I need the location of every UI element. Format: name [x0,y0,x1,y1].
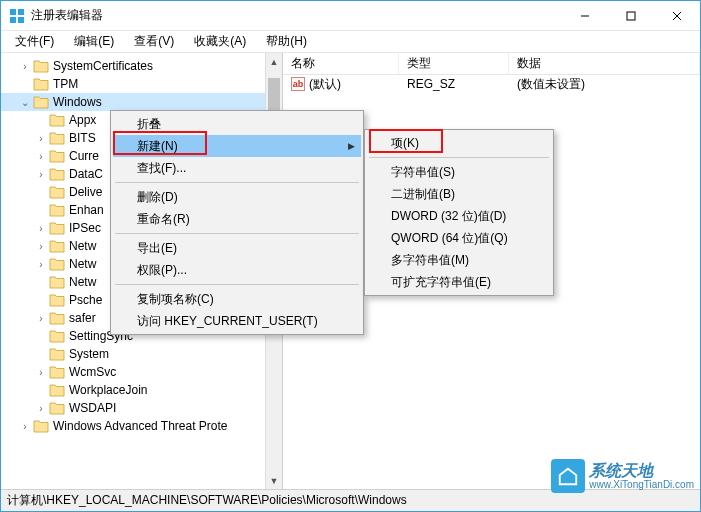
chevron-right-icon[interactable]: › [35,169,47,180]
cm-export[interactable]: 导出(E) [113,237,361,259]
chevron-right-icon[interactable]: › [35,151,47,162]
cm-collapse[interactable]: 折叠 [113,113,361,135]
menu-file[interactable]: 文件(F) [5,31,64,52]
tree-item[interactable]: ›WcmSvc [1,363,282,381]
tree-item[interactable]: ›Windows Advanced Threat Prote [1,417,282,435]
cm-new-qword[interactable]: QWORD (64 位)值(Q) [367,227,551,249]
cm-copy-key-name[interactable]: 复制项名称(C) [113,288,361,310]
cm-permissions[interactable]: 权限(P)... [113,259,361,281]
chevron-right-icon[interactable]: › [35,223,47,234]
tree-item-label: Psche [69,293,102,307]
folder-icon [49,203,65,217]
tree-item[interactable]: ⌄Windows [1,93,282,111]
cm-new-expandstring[interactable]: 可扩充字符串值(E) [367,271,551,293]
value-type: REG_SZ [399,77,509,91]
folder-icon [49,221,65,235]
chevron-right-icon[interactable]: › [19,421,31,432]
scroll-up-icon[interactable]: ▲ [266,53,282,70]
cm-new-binary[interactable]: 二进制值(B) [367,183,551,205]
folder-icon [49,329,65,343]
cm-new-string[interactable]: 字符串值(S) [367,161,551,183]
chevron-right-icon[interactable]: › [35,133,47,144]
cm-rename[interactable]: 重命名(R) [113,208,361,230]
folder-icon [49,185,65,199]
tree-item-label: BITS [69,131,96,145]
window-controls [562,1,700,31]
chevron-right-icon[interactable]: › [19,61,31,72]
tree-item-label: SystemCertificates [53,59,153,73]
string-value-icon: ab [291,77,305,91]
app-icon [9,8,25,24]
chevron-right-icon[interactable]: › [35,403,47,414]
svg-rect-3 [18,17,24,23]
folder-icon [49,365,65,379]
tree-item-label: System [69,347,109,361]
folder-icon [49,239,65,253]
folder-icon [49,113,65,127]
tree-item-label: Delive [69,185,102,199]
minimize-button[interactable] [562,1,608,31]
tree-item[interactable]: WorkplaceJoin [1,381,282,399]
folder-icon [33,77,49,91]
column-type[interactable]: 类型 [399,53,509,74]
list-header: 名称 类型 数据 [283,53,700,75]
folder-icon [49,275,65,289]
tree-item[interactable]: System [1,345,282,363]
chevron-down-icon[interactable]: ⌄ [19,97,31,108]
tree-item-label: TPM [53,77,78,91]
tree-item-label: Netw [69,257,96,271]
context-menu-new: 项(K) 字符串值(S) 二进制值(B) DWORD (32 位)值(D) QW… [364,129,554,296]
tree-item-label: IPSec [69,221,101,235]
watermark-title: 系统天地 [589,462,694,480]
cm-delete[interactable]: 删除(D) [113,186,361,208]
folder-icon [33,59,49,73]
svg-rect-5 [627,12,635,20]
list-row[interactable]: ab (默认) REG_SZ (数值未设置) [283,75,700,93]
chevron-right-icon[interactable]: › [35,241,47,252]
cm-new-key[interactable]: 项(K) [367,132,551,154]
folder-icon [49,131,65,145]
window-title: 注册表编辑器 [31,7,562,24]
folder-icon [49,149,65,163]
column-name[interactable]: 名称 [283,53,399,74]
cm-find[interactable]: 查找(F)... [113,157,361,179]
titlebar: 注册表编辑器 [1,1,700,31]
scroll-down-icon[interactable]: ▼ [266,472,282,489]
value-data: (数值未设置) [509,76,700,93]
column-data[interactable]: 数据 [509,53,700,74]
menu-view[interactable]: 查看(V) [124,31,184,52]
cm-separator [115,233,359,234]
tree-item-label: Windows [53,95,102,109]
close-button[interactable] [654,1,700,31]
cm-new[interactable]: 新建(N) [113,135,361,157]
maximize-button[interactable] [608,1,654,31]
cm-new-dword[interactable]: DWORD (32 位)值(D) [367,205,551,227]
tree-item-label: Curre [69,149,99,163]
watermark-logo-icon [551,459,585,493]
folder-icon [49,167,65,181]
chevron-right-icon[interactable]: › [35,313,47,324]
menu-help[interactable]: 帮助(H) [256,31,317,52]
svg-rect-1 [18,9,24,15]
cm-goto-hkcu[interactable]: 访问 HKEY_CURRENT_USER(T) [113,310,361,332]
watermark-url: www.XiTongTianDi.com [589,479,694,490]
folder-icon [49,293,65,307]
tree-item-label: Appx [69,113,96,127]
folder-icon [33,419,49,433]
chevron-right-icon[interactable]: › [35,259,47,270]
tree-item-label: Netw [69,239,96,253]
tree-item[interactable]: ›SystemCertificates [1,57,282,75]
folder-icon [33,95,49,109]
tree-item-label: safer [69,311,96,325]
tree-item-label: WcmSvc [69,365,116,379]
tree-item-label: Enhan [69,203,104,217]
chevron-right-icon[interactable]: › [35,367,47,378]
menu-favorites[interactable]: 收藏夹(A) [184,31,256,52]
cm-new-multistring[interactable]: 多字符串值(M) [367,249,551,271]
tree-item[interactable]: TPM [1,75,282,93]
value-name: (默认) [309,76,341,93]
tree-item[interactable]: ›WSDAPI [1,399,282,417]
menu-edit[interactable]: 编辑(E) [64,31,124,52]
folder-icon [49,311,65,325]
cm-separator [115,182,359,183]
